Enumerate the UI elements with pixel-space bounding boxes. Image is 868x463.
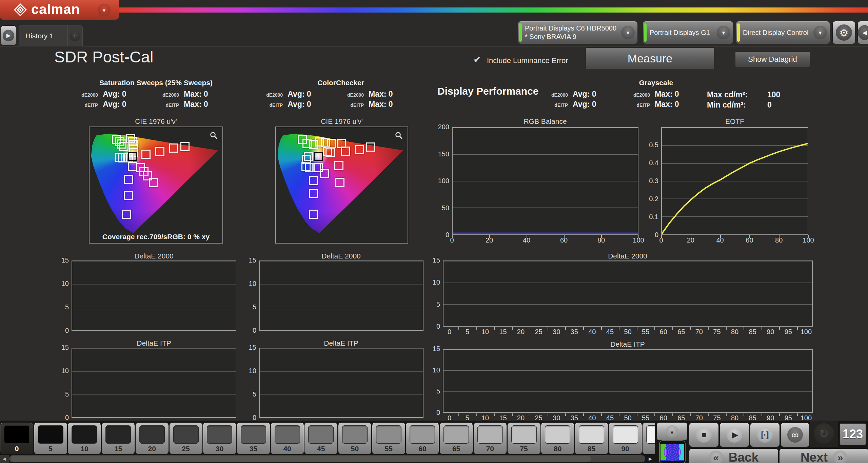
- pattern-level-button-90[interactable]: 90: [609, 422, 642, 455]
- scroll-right-icon[interactable]: ▶: [646, 455, 655, 463]
- pattern-swatch: [173, 425, 199, 444]
- y-axis-tick-label: 15: [234, 256, 256, 264]
- y-axis-tick-label: 5: [234, 390, 256, 398]
- pattern-window-size-button[interactable]: [·]: [750, 423, 780, 447]
- x-axis-tick-mark: [494, 327, 495, 330]
- metric-label: dE2000: [78, 92, 98, 98]
- window-size-icon: [·]: [761, 430, 769, 440]
- app-header: calman ▼: [0, 0, 868, 24]
- pattern-swatch: [477, 425, 503, 444]
- pattern-level-button-50[interactable]: 50: [338, 422, 372, 455]
- add-tab-button[interactable]: +: [67, 25, 82, 46]
- calman-logo[interactable]: calman ▼: [0, 0, 119, 20]
- magnifier-icon[interactable]: [395, 131, 403, 139]
- pattern-level-label: 20: [136, 445, 169, 453]
- min-luminance-label: Min cd/m²:: [707, 100, 761, 110]
- collapse-panel-button[interactable]: ◀: [857, 21, 868, 44]
- refresh-button[interactable]: ↻: [814, 423, 834, 444]
- pattern-level-button-45[interactable]: 45: [304, 422, 338, 455]
- sidebar-toggle-button[interactable]: ▶: [1, 25, 16, 45]
- meter-dropdown-colorimeter[interactable]: Portrait Displays C6 HDR5000 * Sony BRAV…: [518, 21, 638, 44]
- chart-plot-area: [452, 127, 638, 235]
- pattern-level-button-5[interactable]: 5: [34, 422, 67, 455]
- pattern-level-button-0[interactable]: 0: [0, 422, 34, 455]
- meter-dropdown-reference[interactable]: Portrait Displays G1 ▼: [643, 21, 733, 44]
- pattern-level-button-25[interactable]: 25: [169, 422, 203, 455]
- pattern-level-button-35[interactable]: 35: [237, 422, 270, 455]
- pattern-level-button-20[interactable]: 20: [135, 422, 169, 455]
- pattern-level-label: 70: [474, 445, 507, 453]
- pattern-level-button-40[interactable]: 40: [271, 422, 304, 455]
- x-axis-tick-mark: [720, 235, 721, 238]
- max-luminance-value: 100: [761, 90, 780, 99]
- pattern-preview-thumbnail[interactable]: [660, 441, 685, 463]
- pattern-level-button-95[interactable]: 95: [642, 422, 655, 455]
- magnifier-icon[interactable]: [210, 131, 218, 139]
- continuous-measure-button[interactable]: ∞: [781, 423, 810, 447]
- back-button[interactable]: « Back: [689, 448, 778, 463]
- pattern-level-button-85[interactable]: 85: [575, 422, 608, 455]
- x-axis-tick-label: 70: [689, 328, 709, 336]
- x-axis-tick-mark: [489, 235, 490, 238]
- logo-menu-button[interactable]: ▼: [98, 4, 111, 17]
- stop-button[interactable]: ■: [689, 423, 719, 447]
- y-axis-tick-label: 10: [46, 280, 69, 288]
- scrollbar-track[interactable]: [9, 455, 645, 462]
- pattern-scrollbar[interactable]: ◀ ▶: [0, 455, 655, 463]
- calman-diamond-icon: [13, 2, 28, 17]
- pattern-level-button-15[interactable]: 15: [101, 422, 135, 455]
- show-datagrid-button[interactable]: Show Datagrid: [735, 52, 810, 67]
- stop-icon: ■: [702, 430, 707, 440]
- y-axis-tick-label: 10: [234, 280, 256, 288]
- luminance-error-checkbox[interactable]: ✔: [473, 54, 481, 65]
- next-button[interactable]: Next »: [779, 448, 868, 463]
- x-axis-tick-label: 80: [725, 328, 745, 336]
- x-axis-tick-mark: [779, 235, 780, 238]
- x-axis-tick-mark: [672, 327, 673, 330]
- x-axis-tick-label: 80: [725, 414, 745, 422]
- meter-dropdown-display-control[interactable]: Direct Display Control ▼: [736, 21, 830, 44]
- pattern-level-button-80[interactable]: 80: [541, 422, 574, 455]
- pattern-level-label: 5: [34, 445, 67, 453]
- avg-value: Avg: 0: [283, 90, 344, 99]
- chart-title: DeltaE 2000: [553, 252, 702, 260]
- play-button[interactable]: ▶: [719, 423, 749, 447]
- pattern-level-label: 40: [271, 445, 304, 453]
- page-title: SDR Post-Cal: [54, 47, 154, 66]
- pattern-level-button-60[interactable]: 60: [406, 422, 439, 455]
- y-axis-tick-label: 0.1: [636, 213, 658, 221]
- pattern-level-button-65[interactable]: 65: [439, 422, 473, 455]
- pattern-level-button-10[interactable]: 10: [67, 422, 101, 455]
- target-square: [124, 175, 133, 184]
- x-axis-tick-label: 40: [582, 414, 602, 422]
- colorchecker-stats: ColorChecker dE2000 Avg: 0 dE2000 Max: 0…: [263, 79, 419, 109]
- x-axis-tick-label: 10: [475, 328, 495, 336]
- infinity-icon: ∞: [791, 429, 798, 441]
- pattern-level-button-30[interactable]: 30: [203, 422, 236, 455]
- target-square: [326, 148, 335, 157]
- x-axis-tick-mark: [654, 413, 655, 416]
- pattern-swatch: [443, 425, 469, 444]
- measure-button[interactable]: Measure: [586, 47, 714, 69]
- y-axis-tick-label: 10: [418, 366, 440, 374]
- pattern-swatch: [275, 425, 300, 444]
- x-axis-tick-label: 10: [475, 414, 495, 422]
- chart-plot-area: [72, 348, 236, 418]
- pattern-level-button-70[interactable]: 70: [473, 422, 507, 455]
- x-axis-tick-label: 60: [653, 414, 674, 422]
- tab-history-1[interactable]: History 1 +: [19, 25, 83, 46]
- x-axis-tick-mark: [690, 413, 691, 416]
- avg-value: Avg: 0: [568, 90, 630, 99]
- scroll-left-icon[interactable]: ◀: [0, 455, 9, 463]
- y-axis-tick-label: 10: [46, 367, 69, 375]
- scrollbar-thumb[interactable]: [11, 456, 591, 462]
- pattern-level-button-75[interactable]: 75: [507, 422, 541, 455]
- pattern-level-button-55[interactable]: 55: [372, 422, 406, 455]
- collapse-pattern-panel-button[interactable]: ▲: [656, 422, 688, 441]
- x-axis-tick-label: 95: [778, 414, 798, 422]
- y-axis-tick-label: 50: [427, 204, 449, 212]
- x-axis-tick-label: 30: [546, 328, 567, 336]
- settings-button[interactable]: ⚙: [832, 21, 855, 44]
- target-squares-layer: [90, 127, 222, 243]
- x-axis-tick-mark: [548, 327, 548, 330]
